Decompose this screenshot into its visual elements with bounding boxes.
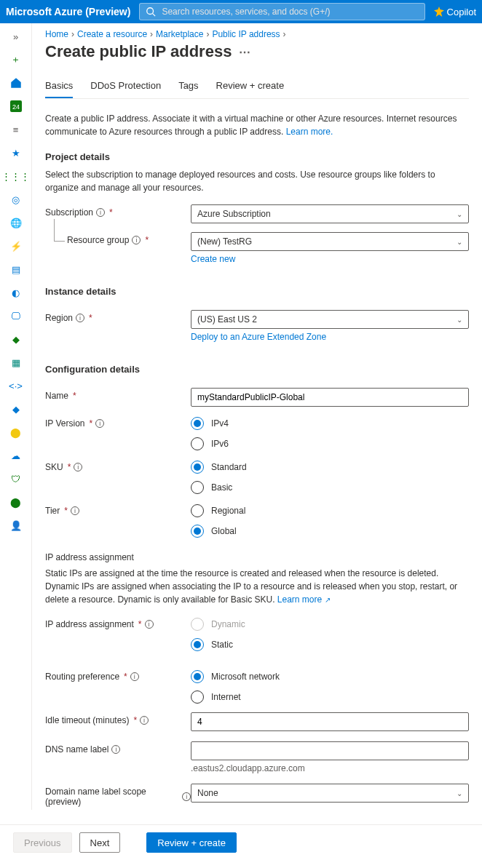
apps-icon[interactable]: ⋮⋮⋮ bbox=[7, 167, 25, 185]
radio-icon bbox=[191, 461, 204, 474]
radio-icon bbox=[191, 417, 204, 430]
info-icon[interactable]: i bbox=[96, 208, 105, 217]
subscription-label: Subscription i * bbox=[45, 204, 191, 218]
global-search[interactable] bbox=[139, 3, 424, 20]
alert-icon[interactable]: ⬤ bbox=[7, 423, 25, 441]
ip-assignment-help: Static IPs are assigned at the time the … bbox=[45, 567, 469, 606]
tab-review[interactable]: Review + create bbox=[216, 74, 285, 98]
sql-icon[interactable]: ▤ bbox=[7, 260, 25, 278]
idle-timeout-label: Idle timeout (minutes)* i bbox=[45, 712, 191, 725]
name-label: Name* bbox=[45, 388, 191, 401]
tab-tags[interactable]: Tags bbox=[178, 74, 198, 98]
crumb-marketplace[interactable]: Marketplace bbox=[156, 29, 203, 39]
chevron-down-icon: ⌄ bbox=[457, 210, 462, 218]
intro-text: Create a public IP address. Associate it… bbox=[45, 112, 469, 138]
info-icon[interactable]: i bbox=[132, 236, 141, 244]
assignment-dynamic-option: Dynamic bbox=[191, 618, 469, 631]
config-details-heading: Configuration details bbox=[45, 364, 469, 375]
docs-icon[interactable]: ◆ bbox=[7, 400, 25, 418]
dns-input[interactable] bbox=[197, 746, 462, 756]
devops-icon[interactable]: ☁ bbox=[7, 447, 25, 464]
tab-basics[interactable]: Basics bbox=[45, 74, 73, 98]
sku-label: SKU* i bbox=[45, 459, 191, 472]
defender-icon[interactable]: ⬤ bbox=[7, 493, 25, 511]
idle-timeout-input[interactable] bbox=[197, 717, 462, 727]
chevron-down-icon: ⌄ bbox=[457, 316, 462, 324]
assignment-static-option[interactable]: Static bbox=[191, 638, 469, 651]
info-icon[interactable]: i bbox=[71, 506, 79, 515]
wizard-footer: Previous Next Review + create bbox=[0, 824, 482, 860]
routing-label: Routing preference* i bbox=[45, 669, 191, 682]
info-icon[interactable]: i bbox=[140, 716, 149, 725]
radio-icon bbox=[191, 481, 204, 494]
chevron-down-icon: ⌄ bbox=[457, 238, 462, 246]
add-icon[interactable]: ＋ bbox=[7, 51, 25, 68]
info-icon[interactable]: i bbox=[130, 672, 139, 681]
resource-group-label: Resource group i * bbox=[45, 232, 191, 245]
svg-point-0 bbox=[147, 8, 154, 15]
advisor-icon[interactable]: ◆ bbox=[7, 330, 25, 348]
search-icon bbox=[146, 7, 156, 17]
database-icon[interactable]: ◐ bbox=[7, 284, 25, 301]
tier-global-option[interactable]: Global bbox=[191, 525, 469, 538]
radio-icon bbox=[191, 437, 204, 450]
dns-label: DNS name label i bbox=[45, 741, 191, 754]
more-icon[interactable]: ⋯ bbox=[239, 45, 250, 59]
review-create-button[interactable]: Review + create bbox=[146, 832, 237, 853]
subscription-select[interactable]: Azure Subscription ⌄ bbox=[191, 204, 469, 223]
radio-icon bbox=[191, 504, 204, 517]
name-input-wrap bbox=[191, 388, 469, 407]
assignment-learn-more-link[interactable]: Learn more ↗ bbox=[277, 594, 331, 605]
previous-button: Previous bbox=[13, 832, 72, 853]
svg-line-1 bbox=[153, 14, 156, 17]
routing-microsoft-option[interactable]: Microsoft network bbox=[191, 670, 469, 683]
expand-icon[interactable]: » bbox=[7, 28, 25, 45]
search-input[interactable] bbox=[162, 7, 418, 17]
info-icon[interactable]: i bbox=[145, 620, 154, 629]
project-details-heading: Project details bbox=[45, 151, 469, 162]
tier-regional-option[interactable]: Regional bbox=[191, 504, 469, 517]
region-select[interactable]: (US) East US 2 ⌄ bbox=[191, 310, 469, 329]
star-icon[interactable]: ★ bbox=[7, 144, 25, 162]
tab-ddos[interactable]: DDoS Protection bbox=[90, 74, 161, 98]
info-icon[interactable]: i bbox=[182, 792, 191, 801]
ipv6-option[interactable]: IPv6 bbox=[191, 437, 469, 450]
crumb-create[interactable]: Create a resource bbox=[77, 29, 147, 39]
notebook-icon[interactable]: ▦ bbox=[7, 354, 25, 371]
target-icon[interactable]: ◎ bbox=[7, 191, 25, 208]
info-icon[interactable]: i bbox=[111, 745, 120, 754]
create-new-rg-link[interactable]: Create new bbox=[191, 254, 235, 264]
name-input[interactable] bbox=[197, 392, 462, 402]
learn-more-link[interactable]: Learn more. bbox=[286, 127, 333, 137]
ip-version-label: IP Version* i bbox=[45, 415, 191, 429]
sku-basic-option[interactable]: Basic bbox=[191, 481, 469, 494]
security-icon[interactable]: 🛡 bbox=[7, 470, 25, 487]
code-icon[interactable]: <·> bbox=[7, 377, 25, 394]
dns-suffix: .eastus2.cloudapp.azure.com bbox=[191, 763, 469, 773]
info-icon[interactable]: i bbox=[95, 419, 104, 428]
chevron-down-icon: ⌄ bbox=[457, 789, 462, 797]
crumb-publicip[interactable]: Public IP address bbox=[212, 29, 280, 39]
user-icon[interactable]: 👤 bbox=[7, 517, 25, 534]
extended-zone-link[interactable]: Deploy to an Azure Extended Zone bbox=[191, 332, 326, 342]
crumb-home[interactable]: Home bbox=[45, 29, 68, 39]
domain-scope-select[interactable]: None ⌄ bbox=[191, 784, 469, 803]
info-icon[interactable]: i bbox=[74, 463, 82, 471]
domain-scope-label: Domain name label scope (preview) i bbox=[45, 784, 191, 807]
routing-internet-option[interactable]: Internet bbox=[191, 690, 469, 704]
info-icon[interactable]: i bbox=[76, 314, 84, 322]
home-icon[interactable] bbox=[7, 74, 25, 92]
radio-icon bbox=[191, 525, 204, 538]
portal-title: Microsoft Azure (Preview) bbox=[6, 6, 130, 17]
ipv4-option[interactable]: IPv4 bbox=[191, 417, 469, 430]
list-icon[interactable]: ≡ bbox=[7, 121, 25, 138]
dashboard-icon[interactable]: 24 bbox=[7, 97, 25, 115]
monitor-icon[interactable]: 🖵 bbox=[7, 307, 25, 324]
resource-group-select[interactable]: (New) TestRG ⌄ bbox=[191, 232, 469, 251]
globe-icon[interactable]: 🌐 bbox=[7, 214, 25, 231]
functions-icon[interactable]: ⚡ bbox=[7, 237, 25, 255]
copilot-button[interactable]: Copilot bbox=[434, 7, 476, 17]
external-link-icon: ↗ bbox=[325, 596, 331, 604]
sku-standard-option[interactable]: Standard bbox=[191, 461, 469, 474]
next-button[interactable]: Next bbox=[79, 832, 121, 853]
